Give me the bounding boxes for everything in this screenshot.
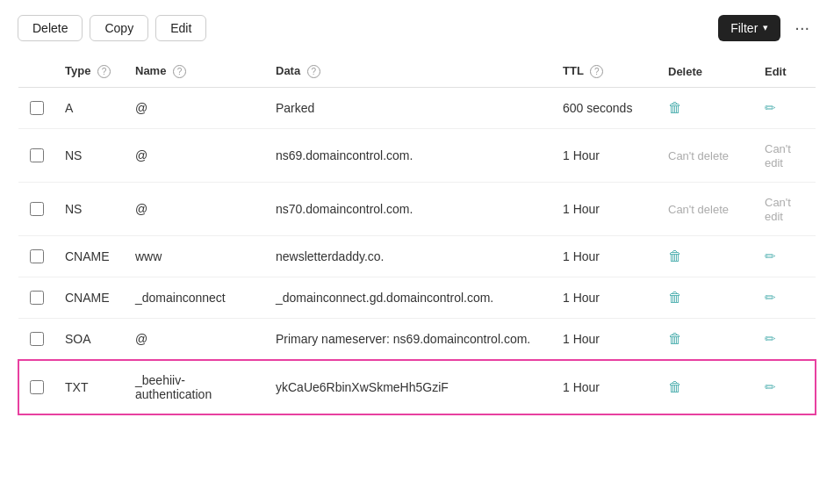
cell-type: A — [54, 88, 125, 129]
header-edit: Edit — [754, 55, 816, 88]
row-checkbox[interactable] — [30, 101, 44, 115]
row-checkbox[interactable] — [30, 249, 44, 263]
cant-delete-label: Can't delete — [668, 149, 729, 162]
cell-ttl: 600 seconds — [552, 88, 658, 129]
table-row: SOA@Primary nameserver: ns69.domaincontr… — [18, 319, 816, 361]
cell-name: @ — [125, 88, 265, 129]
chevron-down-icon: ▾ — [763, 22, 768, 33]
row-checkbox[interactable] — [30, 202, 44, 216]
edit-icon[interactable]: ✏ — [765, 379, 776, 394]
row-checkbox[interactable] — [30, 291, 44, 305]
table-body: A@Parked600 seconds🗑✏NS@ns69.domaincontr… — [18, 88, 816, 415]
toolbar-left: Delete Copy Edit — [18, 15, 206, 41]
cell-delete[interactable]: 🗑 — [658, 88, 754, 129]
cell-type: TXT — [54, 360, 125, 414]
header-data: Data ? — [265, 55, 552, 88]
cell-edit[interactable]: ✏ — [754, 360, 816, 414]
toolbar: Delete Copy Edit Filter ▾ ··· — [18, 14, 816, 41]
cell-type: NS — [54, 129, 125, 183]
table-row: CNAME_domainconnect_domainconnect.gd.dom… — [18, 277, 816, 319]
cell-delete[interactable]: 🗑 — [658, 236, 754, 277]
cell-data: ns69.domaincontrol.com. — [265, 129, 552, 183]
delete-icon[interactable]: 🗑 — [668, 248, 682, 263]
delete-icon[interactable]: 🗑 — [668, 331, 682, 346]
dns-records-container: Delete Copy Edit Filter ▾ ··· Type ? — [0, 0, 834, 504]
filter-label: Filter — [730, 21, 758, 35]
copy-button[interactable]: Copy — [90, 15, 148, 41]
cell-name: www — [125, 236, 265, 277]
dns-table: Type ? Name ? Data ? TTL ? Delete Edit — [18, 55, 816, 415]
row-checkbox[interactable] — [30, 332, 44, 346]
table-row: A@Parked600 seconds🗑✏ — [18, 88, 816, 129]
cell-name: @ — [125, 129, 265, 183]
ttl-help-icon[interactable]: ? — [590, 65, 603, 78]
cell-edit[interactable]: ✏ — [754, 236, 816, 277]
cell-ttl: 1 Hour — [552, 236, 658, 277]
cant-delete-label: Can't delete — [668, 203, 729, 216]
cell-ttl: 1 Hour — [552, 360, 658, 414]
cell-ttl: 1 Hour — [552, 129, 658, 183]
cell-ttl: 1 Hour — [552, 183, 658, 236]
table-row: CNAMEwwwnewsletterdaddy.co.1 Hour🗑✏ — [18, 236, 816, 277]
cell-name: @ — [125, 183, 265, 236]
cell-edit: Can't edit — [754, 129, 816, 183]
cell-delete: Can't delete — [658, 129, 754, 183]
delete-icon[interactable]: 🗑 — [668, 379, 682, 394]
cell-data: Parked — [265, 88, 552, 129]
edit-icon[interactable]: ✏ — [765, 100, 776, 115]
table-row: NS@ns70.domaincontrol.com.1 HourCan't de… — [18, 183, 816, 236]
header-check — [18, 55, 54, 88]
cell-ttl: 1 Hour — [552, 319, 658, 361]
cell-type: CNAME — [54, 277, 125, 319]
edit-icon[interactable]: ✏ — [765, 290, 776, 305]
cell-type: CNAME — [54, 236, 125, 277]
cant-edit-label: Can't edit — [765, 196, 791, 223]
cell-data: newsletterdaddy.co. — [265, 236, 552, 277]
cell-delete[interactable]: 🗑 — [658, 360, 754, 414]
table-header: Type ? Name ? Data ? TTL ? Delete Edit — [18, 55, 816, 88]
cell-edit: Can't edit — [754, 183, 816, 236]
edit-icon[interactable]: ✏ — [765, 331, 776, 346]
cell-edit[interactable]: ✏ — [754, 277, 816, 319]
header-ttl: TTL ? — [552, 55, 658, 88]
edit-button[interactable]: Edit — [155, 15, 206, 41]
cell-delete[interactable]: 🗑 — [658, 319, 754, 361]
cell-type: NS — [54, 183, 125, 236]
cant-edit-label: Can't edit — [765, 142, 791, 169]
row-checkbox[interactable] — [30, 380, 44, 394]
type-help-icon[interactable]: ? — [97, 65, 111, 78]
more-icon: ··· — [794, 18, 809, 37]
cell-data: ykCaUe6RbinXwSkmeHh5GziF — [265, 360, 552, 414]
header-name: Name ? — [125, 55, 265, 88]
cell-edit[interactable]: ✏ — [754, 88, 816, 129]
cell-data: Primary nameserver: ns69.domaincontrol.c… — [265, 319, 552, 361]
cell-type: SOA — [54, 319, 125, 361]
cell-name: @ — [125, 319, 265, 361]
table-row: TXT_beehiiv-authenticationykCaUe6RbinXwS… — [18, 360, 816, 414]
cell-delete[interactable]: 🗑 — [658, 277, 754, 319]
filter-button[interactable]: Filter ▾ — [718, 15, 780, 41]
cell-edit[interactable]: ✏ — [754, 319, 816, 361]
cell-name: _domainconnect — [125, 277, 265, 319]
cell-data: _domainconnect.gd.domaincontrol.com. — [265, 277, 552, 319]
cell-name: _beehiiv-authentication — [125, 360, 265, 414]
table-row: NS@ns69.domaincontrol.com.1 HourCan't de… — [18, 129, 816, 183]
header-type: Type ? — [54, 55, 125, 88]
data-help-icon[interactable]: ? — [307, 65, 320, 78]
delete-button[interactable]: Delete — [18, 15, 83, 41]
edit-icon[interactable]: ✏ — [765, 248, 776, 263]
cell-delete: Can't delete — [658, 183, 754, 236]
delete-icon[interactable]: 🗑 — [668, 100, 682, 115]
header-delete: Delete — [658, 55, 754, 88]
name-help-icon[interactable]: ? — [173, 65, 186, 78]
row-checkbox[interactable] — [30, 148, 44, 162]
toolbar-right: Filter ▾ ··· — [718, 14, 816, 41]
cell-data: ns70.domaincontrol.com. — [265, 183, 552, 236]
cell-ttl: 1 Hour — [552, 277, 658, 319]
delete-icon[interactable]: 🗑 — [668, 290, 682, 305]
more-options-button[interactable]: ··· — [787, 14, 816, 41]
